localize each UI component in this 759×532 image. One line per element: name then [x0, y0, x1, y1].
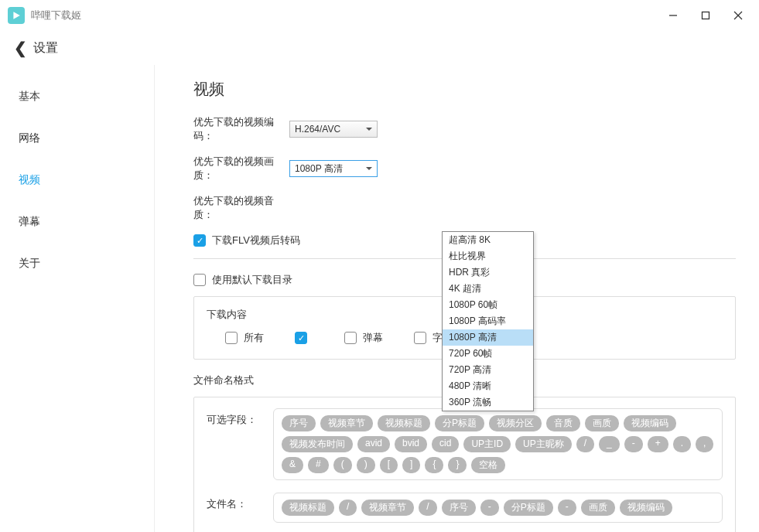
field-chip[interactable]: 分P标题 [435, 415, 484, 431]
flv-convert-label: 下载FLV视频后转码 [212, 234, 300, 247]
codec-select[interactable]: H.264/AVC [289, 121, 378, 138]
field-chip[interactable]: 视频标题 [378, 415, 430, 431]
field-chip[interactable]: bvid [395, 436, 427, 452]
flv-convert-checkbox[interactable] [193, 234, 206, 247]
maximize-button[interactable] [700, 10, 711, 21]
optional-fields-label: 可选字段： [207, 408, 273, 427]
field-chip[interactable]: 视频编码 [624, 415, 676, 431]
optional-fields-chipbox: 序号视频章节视频标题分P标题视频分区音质画质视频编码视频发布时间avidbvid… [273, 408, 723, 480]
content-option-label: 所有 [244, 331, 264, 345]
field-chip[interactable]: # [308, 457, 329, 473]
codec-label: 优先下载的视频编码： [193, 115, 289, 143]
section-heading: 视频 [193, 79, 736, 100]
content-checkbox[interactable] [414, 332, 426, 344]
quality-label: 优先下载的视频画质： [193, 155, 289, 182]
dropdown-option[interactable]: 杜比视界 [443, 248, 533, 264]
minimize-button[interactable] [668, 10, 679, 21]
content-option: 弹幕 [344, 331, 383, 345]
sidebar-item[interactable]: 视频 [0, 159, 154, 201]
dropdown-option[interactable]: 1080P 60帧 [443, 297, 533, 313]
content-checkbox[interactable] [344, 332, 357, 344]
field-chip[interactable]: , [696, 436, 713, 452]
page-title: 设置 [33, 40, 58, 56]
field-chip[interactable]: / [339, 500, 357, 516]
field-chip[interactable]: 序号 [282, 415, 316, 431]
content-option [295, 331, 313, 345]
field-chip[interactable]: . [673, 436, 691, 452]
field-chip[interactable]: 视频章节 [320, 415, 373, 431]
back-icon[interactable]: ❮ [14, 39, 27, 57]
field-chip[interactable]: / [419, 500, 436, 516]
field-chip[interactable]: 分P标题 [504, 500, 553, 516]
field-chip[interactable]: 视频标题 [282, 500, 334, 516]
close-button[interactable] [733, 10, 744, 21]
field-chip[interactable]: 视频章节 [361, 500, 414, 516]
field-chip[interactable]: ] [402, 457, 420, 473]
field-chip[interactable]: - [624, 436, 643, 452]
field-chip[interactable]: UP主ID [463, 436, 511, 452]
svg-rect-1 [703, 12, 709, 19]
field-chip[interactable]: - [558, 500, 576, 516]
field-chip[interactable]: - [480, 500, 499, 516]
field-chip[interactable]: avid [357, 436, 390, 452]
field-chip[interactable]: cid [432, 436, 459, 452]
field-chip[interactable]: [ [380, 457, 398, 473]
sidebar-item[interactable]: 基本 [0, 76, 154, 118]
sidebar-item[interactable]: 关于 [0, 243, 154, 285]
sidebar-item[interactable]: 弹幕 [0, 201, 154, 243]
field-chip[interactable]: 视频编码 [620, 500, 672, 516]
sidebar: 基本网络视频弹幕关于 [0, 65, 155, 532]
dropdown-option[interactable]: 1080P 高清 [443, 329, 533, 346]
sidebar-item[interactable]: 网络 [0, 118, 154, 159]
content-option-label: 弹幕 [363, 331, 383, 345]
quality-select[interactable]: 1080P 高清 [289, 160, 378, 177]
field-chip[interactable]: / [576, 436, 594, 452]
titlebar: 哔哩下载姬 [0, 0, 759, 31]
field-chip[interactable]: 画质 [585, 415, 619, 431]
field-chip[interactable]: 空格 [471, 457, 505, 473]
content-checkbox[interactable] [225, 332, 238, 344]
default-dir-label: 使用默认下载目录 [212, 273, 292, 287]
naming-box: 可选字段： 序号视频章节视频标题分P标题视频分区音质画质视频编码视频发布时间av… [193, 397, 736, 532]
field-chip[interactable]: + [648, 436, 668, 452]
dropdown-option[interactable]: HDR 真彩 [443, 264, 533, 281]
dropdown-option[interactable]: 720P 60帧 [443, 346, 533, 362]
dropdown-option[interactable]: 1080P 高码率 [443, 313, 533, 329]
field-chip[interactable]: 视频分区 [489, 415, 542, 431]
audio-label: 优先下载的视频音质： [193, 194, 289, 222]
quality-dropdown[interactable]: 超高清 8K杜比视界HDR 真彩4K 超清1080P 60帧1080P 高码率1… [442, 231, 534, 411]
page-header: ❮ 设置 [0, 31, 759, 65]
field-chip[interactable]: { [425, 457, 443, 473]
main-content: 视频 优先下载的视频编码： H.264/AVC 优先下载的视频画质： 1080P… [155, 65, 759, 532]
field-chip[interactable]: UP主昵称 [515, 436, 572, 452]
default-dir-checkbox[interactable] [193, 274, 206, 286]
field-chip[interactable]: 音质 [546, 415, 580, 431]
field-chip[interactable]: } [448, 457, 467, 473]
filename-chipbox: 视频标题/视频章节/序号-分P标题-画质视频编码 [273, 493, 723, 523]
field-chip[interactable]: ) [357, 457, 375, 473]
content-checkbox[interactable] [295, 332, 307, 344]
field-chip[interactable]: 序号 [442, 500, 476, 516]
filename-label: 文件名： [207, 493, 273, 511]
field-chip[interactable]: & [282, 457, 303, 473]
dropdown-option[interactable]: 720P 高清 [443, 362, 533, 378]
field-chip[interactable]: ( [333, 457, 352, 473]
dropdown-option[interactable]: 超高清 8K [443, 232, 533, 248]
field-chip[interactable]: 视频发布时间 [282, 436, 353, 452]
field-chip[interactable]: 画质 [581, 500, 615, 516]
content-option: 所有 [225, 331, 264, 345]
app-title: 哔哩下载姬 [31, 9, 81, 22]
dropdown-option[interactable]: 4K 超清 [443, 281, 533, 297]
field-chip[interactable]: _ [599, 436, 620, 452]
dropdown-option[interactable]: 360P 流畅 [443, 394, 533, 411]
dropdown-option[interactable]: 480P 清晰 [443, 378, 533, 394]
app-logo-icon [8, 7, 25, 24]
